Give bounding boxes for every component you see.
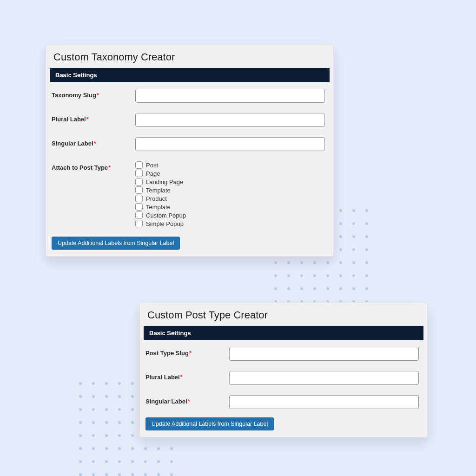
posttype-creator-panel: Custom Post Type Creator Basic Settings … bbox=[139, 302, 428, 437]
posttype-section-header: Basic Settings bbox=[144, 326, 423, 340]
posttype-slug-row: Post Type Slug* bbox=[145, 347, 422, 361]
required-marker: * bbox=[180, 374, 183, 381]
attach-option-custom-popup: Custom Popup bbox=[135, 212, 328, 219]
posttype-plural-input[interactable] bbox=[229, 371, 419, 385]
attach-option-label: Simple Popup bbox=[146, 221, 184, 227]
posttype-singular-label: Singular Label* bbox=[145, 395, 229, 405]
taxonomy-plural-row: Plural Label* bbox=[52, 113, 328, 127]
posttype-panel-title: Custom Post Type Creator bbox=[140, 303, 427, 326]
attach-option-page: Page bbox=[135, 170, 328, 177]
attach-option-post: Post bbox=[135, 161, 328, 169]
attach-checkbox-template-2[interactable] bbox=[135, 203, 143, 211]
update-labels-button[interactable]: Update Additional Labels from Singular L… bbox=[52, 237, 180, 250]
attach-option-label: Page bbox=[146, 171, 160, 177]
taxonomy-form: Taxonomy Slug* Plural Label* Singular La… bbox=[46, 82, 333, 228]
attach-option-simple-popup: Simple Popup bbox=[135, 220, 328, 227]
attach-option-label: Custom Popup bbox=[146, 212, 186, 218]
taxonomy-plural-label: Plural Label* bbox=[52, 113, 135, 123]
taxonomy-attach-label: Attach to Post Type* bbox=[52, 161, 135, 171]
taxonomy-creator-panel: Custom Taxonomy Creator Basic Settings T… bbox=[46, 44, 334, 257]
attach-option-label: Template bbox=[146, 187, 171, 193]
posttype-singular-row: Singular Label* bbox=[145, 395, 422, 409]
attach-option-template-2: Template bbox=[135, 203, 328, 211]
posttype-singular-input[interactable] bbox=[229, 395, 419, 409]
taxonomy-plural-input[interactable] bbox=[135, 113, 325, 127]
attach-option-label: Template bbox=[146, 204, 171, 210]
taxonomy-slug-input[interactable] bbox=[135, 89, 325, 103]
taxonomy-singular-input[interactable] bbox=[135, 137, 325, 151]
attach-checkbox-custom-popup[interactable] bbox=[135, 212, 143, 219]
attach-option-label: Post bbox=[146, 162, 158, 168]
required-marker: * bbox=[188, 398, 190, 405]
posttype-plural-label: Plural Label* bbox=[145, 371, 229, 381]
attach-checkbox-landing-page[interactable] bbox=[135, 178, 143, 185]
attach-checkbox-product[interactable] bbox=[135, 195, 143, 202]
taxonomy-panel-title: Custom Taxonomy Creator bbox=[46, 45, 333, 68]
attach-checkbox-template-1[interactable] bbox=[135, 186, 143, 194]
attach-option-label: Product bbox=[146, 196, 167, 202]
taxonomy-singular-row: Singular Label* bbox=[52, 137, 328, 151]
attach-checkbox-page[interactable] bbox=[135, 170, 143, 177]
required-marker: * bbox=[86, 116, 89, 123]
attach-option-landing-page: Landing Page bbox=[135, 178, 328, 185]
update-labels-button[interactable]: Update Additional Labels from Singular L… bbox=[145, 417, 274, 430]
attach-option-template-1: Template bbox=[135, 186, 328, 194]
required-marker: * bbox=[97, 92, 99, 99]
taxonomy-attach-options: Post Page Landing Page Template Product … bbox=[135, 161, 328, 228]
taxonomy-attach-row: Attach to Post Type* Post Page Landing P… bbox=[52, 161, 328, 228]
posttype-slug-input[interactable] bbox=[229, 347, 419, 361]
required-marker: * bbox=[189, 350, 192, 357]
required-marker: * bbox=[108, 164, 111, 171]
attach-option-product: Product bbox=[135, 195, 328, 202]
attach-checkbox-post[interactable] bbox=[135, 161, 143, 169]
taxonomy-slug-row: Taxonomy Slug* bbox=[52, 89, 328, 103]
taxonomy-slug-label: Taxonomy Slug* bbox=[52, 89, 135, 99]
posttype-form: Post Type Slug* Plural Label* Singular L… bbox=[140, 340, 427, 409]
posttype-plural-row: Plural Label* bbox=[145, 371, 422, 385]
taxonomy-singular-label: Singular Label* bbox=[52, 137, 135, 147]
attach-checkbox-simple-popup[interactable] bbox=[135, 220, 143, 227]
attach-option-label: Landing Page bbox=[146, 179, 183, 185]
taxonomy-section-header: Basic Settings bbox=[50, 68, 330, 82]
posttype-slug-label: Post Type Slug* bbox=[145, 347, 229, 357]
required-marker: * bbox=[94, 140, 96, 147]
